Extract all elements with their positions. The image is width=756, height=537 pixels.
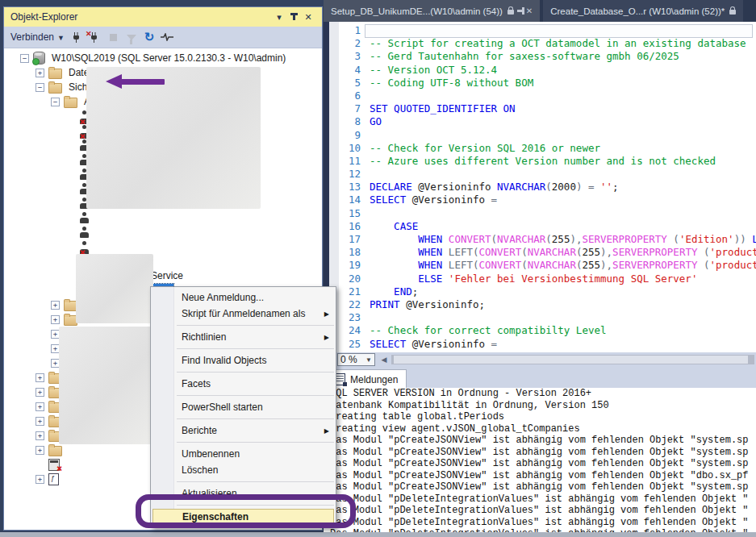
expander-icon[interactable]: + <box>36 417 44 426</box>
connect-chevron-icon[interactable]: ▼ <box>57 34 65 42</box>
message-line: Das Modul "pCreateJSONView" ist abhängig… <box>324 447 756 459</box>
line-number: 10 <box>340 142 361 155</box>
code-line[interactable]: 21 END; <box>324 285 756 298</box>
menu-separator <box>151 368 336 376</box>
tree-item-w10-admin[interactable]: W10\admin <box>4 254 322 268</box>
code-line[interactable]: 20 ELSE 'Fehler bei Versionbestimmung SQ… <box>324 273 756 285</box>
code-line[interactable]: 14SELECT @Versioninfo = <box>324 194 756 206</box>
menu-item-label: Berichte <box>182 425 217 436</box>
close-icon[interactable]: ✕ <box>526 6 533 15</box>
menu-item-find-invalid-objects[interactable]: Find Invalid Objects <box>151 352 336 368</box>
code-text: -- Script for creating a OCT datamodel i… <box>370 37 746 50</box>
expander-icon[interactable]: + <box>36 431 44 440</box>
expander-icon[interactable]: + <box>36 69 44 77</box>
code-line[interactable]: 17 WHEN CONVERT(NVARCHAR(255),SERVERPROP… <box>324 233 756 246</box>
menu-item-skript-f-r-anmeldenamen-als[interactable]: Skript für Anmeldenamen als▶ <box>151 306 336 322</box>
code-text: -- Gerd Tautenhahn for saxess-software g… <box>370 50 679 63</box>
expander-icon[interactable]: + <box>36 402 44 411</box>
code-text: -- Check for Version SQL 2016 or newer <box>370 142 600 155</box>
expander-icon[interactable]: + <box>36 475 44 484</box>
code-line[interactable]: 8GO <box>324 115 756 128</box>
menu-item-label: Facets <box>182 378 211 389</box>
line-number: 4 <box>340 64 361 77</box>
menu-separator <box>151 415 336 423</box>
line-number: 5 <box>340 77 361 90</box>
code-text: ELSE 'Fehler bei Versionbestimmung SQL S… <box>370 273 697 285</box>
hscroll-thumb[interactable] <box>394 356 748 364</box>
code-line[interactable]: 3-- Gerd Tautenhahn for saxess-software … <box>324 50 756 63</box>
message-line: Das Modul "pDeleteIntegrationValues" ist… <box>324 505 756 517</box>
activity-pulse-icon[interactable] <box>158 29 176 45</box>
code-line[interactable]: 22PRINT @Versioninfo; <box>324 298 756 311</box>
redacted-folder-names <box>76 254 153 323</box>
code-text: END; <box>370 285 418 298</box>
tab-setup-db[interactable]: Setup_DB_UnikumDE...(W10\admin (54)) ✕ <box>324 0 540 22</box>
menu-item-neue-anmeldung-[interactable]: Neue Anmeldung... <box>151 289 336 306</box>
menu-item-umbenennen[interactable]: Umbenennen <box>151 446 336 462</box>
line-number: 14 <box>340 194 361 206</box>
code-line[interactable]: 5-- Coding UTF-8 without BOM <box>324 77 756 90</box>
code-line[interactable]: 9 <box>324 129 756 142</box>
code-line[interactable]: 2-- Script for creating a OCT datamodel … <box>324 37 756 50</box>
sql-editor[interactable]: 12-- Script for creating a OCT datamodel… <box>324 22 756 352</box>
menu-item-facets[interactable]: Facets <box>151 376 336 392</box>
code-line[interactable]: 1 <box>324 24 756 37</box>
message-line: Das Modul "pDeleteIntegrationValues" ist… <box>324 517 756 529</box>
menu-item-richtlinien[interactable]: Richtlinien▶ <box>151 329 336 345</box>
code-line[interactable]: 11-- Azure uses different Version number… <box>324 155 756 168</box>
code-line[interactable]: 23 <box>324 311 756 324</box>
messages-output[interactable]: SQL SERVER VERSION in Ordnung - Version … <box>324 388 756 532</box>
code-line[interactable]: 13DECLARE @Versioninfo NVARCHAR(2000) = … <box>324 181 756 194</box>
expander-icon[interactable]: − <box>20 54 29 63</box>
code-line[interactable]: 7SET QUOTED_IDENTIFIER ON <box>324 102 756 115</box>
menu-separator <box>151 439 336 446</box>
tab-create-database[interactable]: Create_Database_O...r (W10\admin (52))* <box>543 0 743 22</box>
close-icon[interactable]: ✕ <box>301 10 315 24</box>
code-text: SELECT @Versioninfo = <box>370 338 497 351</box>
expander-icon[interactable]: − <box>51 98 60 106</box>
menu-item-label: Umbenennen <box>182 448 240 460</box>
menu-item-label: PowerShell starten <box>182 402 263 413</box>
tree-item[interactable] <box>4 239 322 254</box>
expander-icon[interactable]: + <box>36 446 44 455</box>
expander-icon[interactable]: + <box>36 373 44 382</box>
tree-item[interactable] <box>4 210 322 225</box>
disconnect-plug-icon[interactable]: ✕ <box>87 29 105 45</box>
editor-bottom-bar: 0 % ▼ ◀ <box>324 352 756 368</box>
window-menu-chevron-icon[interactable]: ▾ <box>272 10 286 24</box>
hscrollbar[interactable] <box>391 355 754 364</box>
tree-item-w10-factoryservice[interactable]: W10\FactoryService <box>4 268 322 283</box>
line-number: 12 <box>340 168 361 181</box>
code-line[interactable]: 4-- Version OCT 5.12.4 <box>324 64 756 77</box>
pin-icon[interactable] <box>517 10 523 12</box>
menu-item-powershell-starten[interactable]: PowerShell starten <box>151 399 336 415</box>
connect-button[interactable]: Verbinden <box>10 31 54 43</box>
pin-icon[interactable] <box>286 10 301 24</box>
code-line[interactable]: 10-- Check for Version SQL 2016 or newer <box>324 142 756 155</box>
expander-icon[interactable]: − <box>36 83 44 92</box>
expander-icon[interactable]: + <box>51 301 60 310</box>
code-line[interactable]: 15 <box>324 207 756 220</box>
connect-plug-icon[interactable] <box>69 29 87 45</box>
menu-item-l-schen[interactable]: Löschen <box>151 462 336 478</box>
tree-item[interactable] <box>4 225 322 239</box>
refresh-icon[interactable]: ↻ <box>140 29 158 45</box>
xevent-icon <box>48 473 59 485</box>
editor-zoom-select[interactable]: 0 % ▼ <box>337 353 375 366</box>
code-line[interactable]: 16 CASE <box>324 220 756 233</box>
menu-item-berichte[interactable]: Berichte▶ <box>151 423 336 439</box>
expander-icon[interactable]: + <box>51 315 60 324</box>
code-line[interactable]: 6 <box>324 90 756 102</box>
code-line[interactable]: 24-- Check for correct compatibilty Leve… <box>324 324 756 337</box>
tab-meldungen[interactable]: Meldungen <box>326 369 407 389</box>
expander-icon[interactable]: + <box>36 388 44 397</box>
code-area[interactable]: 12-- Script for creating a OCT datamodel… <box>324 24 756 351</box>
line-number: 9 <box>340 129 361 142</box>
hscroll-left-arrow-icon[interactable]: ◀ <box>378 354 390 365</box>
code-line[interactable]: 25SELECT @Versioninfo = <box>324 338 756 351</box>
message-line: Das Modul "pCreateJSONView" ist abhängig… <box>324 481 756 493</box>
tree-item-w10-sql2019-sql-server-15-0-2130-3-w10-admin-[interactable]: −W10\SQL2019 (SQL Server 15.0.2130.3 - W… <box>4 51 322 65</box>
code-line[interactable]: 12 <box>324 168 756 181</box>
code-line[interactable]: 19 WHEN LEFT(CONVERT(NVARCHAR(255),SERVE… <box>324 259 756 272</box>
code-line[interactable]: 18 WHEN LEFT(CONVERT(NVARCHAR(255),SERVE… <box>324 246 756 259</box>
